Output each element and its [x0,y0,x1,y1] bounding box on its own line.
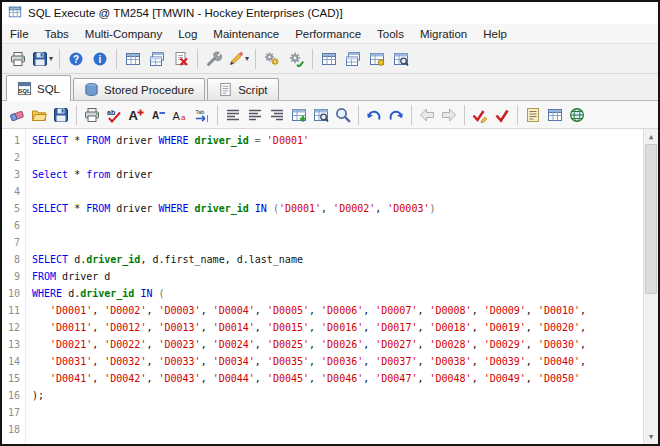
code-token: , [201,322,213,333]
code-token: , [92,373,104,384]
code-token: , [255,356,267,367]
line-number: 9 [2,268,20,285]
uppercase-keywords-button[interactable] [266,104,288,126]
scroll-up-button[interactable]: ▲ [644,129,658,144]
spell-check-button[interactable]: ab [103,104,125,126]
title-bar: SQL Execute @ TM254 [TMWIN - Hockey Ente… [2,2,658,24]
align-left-icon [247,107,263,123]
dropdown-arrow-icon: ▾ [245,54,249,63]
export-dropdown-button[interactable]: ▾ [30,47,55,71]
db-browse-button[interactable] [389,47,413,71]
code-token: 'D0001' [50,305,92,316]
code-token: , [146,305,158,316]
info-button[interactable]: i [88,47,112,71]
undo-button[interactable] [363,104,385,126]
font-decrease-button[interactable]: A [147,104,169,126]
code-token: 'D0022' [104,339,146,350]
code-token: 'D0035' [267,356,309,367]
font-select-button[interactable]: Aa [169,104,191,126]
code-token: 'D0012' [104,322,146,333]
process-button[interactable] [284,47,308,71]
code-line [32,234,643,251]
sql-editor[interactable]: 123456789101112131415161718 SELECT * FRO… [2,129,658,444]
tab-sql[interactable]: SQLSQL [6,75,71,101]
comment-lines-button[interactable] [244,104,266,126]
code-token: , [146,356,158,367]
previous-sql-button[interactable] [416,104,438,126]
code-token: , [526,356,538,367]
menu-item-performance[interactable]: Performance [287,24,369,43]
code-token: , [321,203,333,214]
insert-table-button[interactable] [288,104,310,126]
code-token: 'D0009' [484,305,526,316]
format-sql-button[interactable] [222,104,244,126]
code-token: * [68,203,86,214]
code-token [32,339,50,350]
help-button[interactable]: ? [64,47,88,71]
settings-button[interactable] [260,47,284,71]
code-token: , [363,356,375,367]
font-minus-icon: A [150,107,166,123]
open-file-button[interactable] [28,104,50,126]
edit-dropdown-button[interactable]: ▾ [226,47,251,71]
tab-stored-procedure[interactable]: Stored Procedure [73,78,205,100]
tab-script[interactable]: Script [207,78,278,100]
code-token: , [255,373,267,384]
results-grid-button[interactable] [544,104,566,126]
code-token: driver [110,135,158,146]
menu-item-migration[interactable]: Migration [412,24,475,43]
scroll-icon [525,107,541,123]
code-token: 'D0039' [484,356,526,367]
code-token: , [472,339,484,350]
code-token: 'D0041' [50,373,92,384]
clear-editor-button[interactable] [6,104,28,126]
svg-text:A: A [152,110,159,121]
code-area[interactable]: SELECT * FROM driver WHERE driver_id = '… [26,129,643,444]
web-help-button[interactable] [566,104,588,126]
svg-text:A: A [129,108,139,123]
magnifier-icon [335,107,351,123]
find-table-button[interactable] [310,104,332,126]
menu-item-maintenance[interactable]: Maintenance [205,24,287,43]
validate-sql-button[interactable] [469,104,491,126]
code-line: 'D0001', 'D0002', 'D0003', 'D0004', 'D00… [32,302,643,319]
history-button[interactable] [522,104,544,126]
db-structure-button[interactable] [341,47,365,71]
indent-button[interactable]: Tab [191,104,213,126]
vertical-scrollbar[interactable]: ▲ ▼ [643,129,658,444]
execute-sql-button[interactable] [491,104,513,126]
line-number-gutter: 123456789101112131415161718 [2,129,26,444]
scroll-track[interactable] [644,294,658,429]
code-token: , [472,356,484,367]
db-tables-button[interactable] [317,47,341,71]
menu-item-multi-company[interactable]: Multi-Company [77,24,170,43]
menu-item-log[interactable]: Log [170,24,205,43]
code-token: 'D0044' [213,373,255,384]
code-token: 'D0002' [333,203,375,214]
table-icon [321,51,337,67]
menu-item-tabs[interactable]: Tabs [37,24,77,43]
font-increase-button[interactable]: A [125,104,147,126]
table-list-button[interactable] [145,47,169,71]
code-token: 'D0002' [104,305,146,316]
next-sql-button[interactable] [438,104,460,126]
db-index-button[interactable] [365,47,389,71]
menu-item-help[interactable]: Help [475,24,515,43]
code-line [32,404,643,421]
menu-item-tools[interactable]: Tools [369,24,412,43]
code-token: 'D0047' [375,373,417,384]
find-button[interactable] [332,104,354,126]
scroll-thumb[interactable] [645,144,657,294]
print-sql-button[interactable] [81,104,103,126]
menu-item-file[interactable]: File [2,24,37,43]
code-token: 'D0003' [387,203,429,214]
print-button[interactable] [6,47,30,71]
scroll-down-button[interactable]: ▼ [644,429,658,444]
tools-button[interactable] [202,47,226,71]
table-query-button[interactable] [121,47,145,71]
redo-button[interactable] [385,104,407,126]
code-line: ); [32,387,643,404]
code-token: , [375,203,387,214]
save-file-button[interactable] [50,104,72,126]
delete-script-button[interactable] [169,47,193,71]
